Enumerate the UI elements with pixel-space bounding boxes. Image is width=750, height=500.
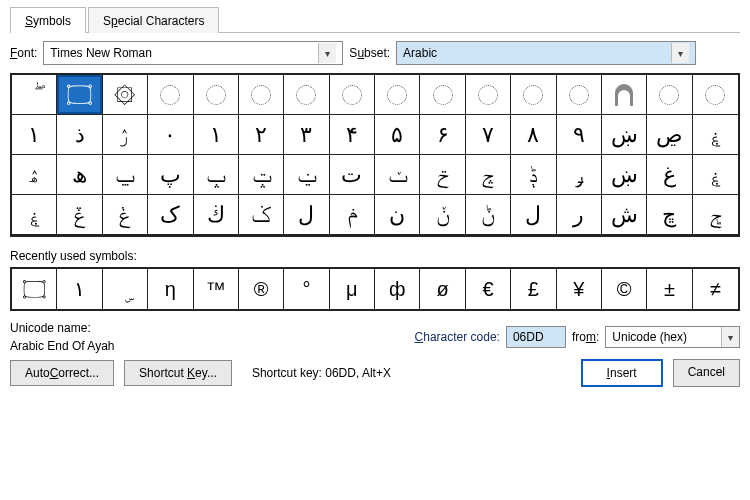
shortcut-key-text: Shortcut key: 06DD, Alt+X bbox=[252, 366, 391, 380]
symbol-cell[interactable] bbox=[284, 75, 329, 115]
symbol-cell[interactable]: ۲ bbox=[239, 115, 284, 155]
symbol-cell[interactable] bbox=[511, 75, 556, 115]
symbol-cell[interactable]: ݞ bbox=[57, 195, 102, 235]
symbol-cell[interactable]: ݗ bbox=[420, 155, 465, 195]
recent-symbol-cell[interactable]: ¥ bbox=[557, 269, 602, 309]
subset-value: Arabic bbox=[403, 46, 671, 60]
recent-symbol-cell[interactable]: © bbox=[602, 269, 647, 309]
symbol-cell[interactable]: ڬ bbox=[194, 195, 239, 235]
symbol-cell[interactable] bbox=[330, 75, 375, 115]
recent-symbol-cell[interactable]: ± bbox=[647, 269, 692, 309]
symbol-cell[interactable] bbox=[375, 75, 420, 115]
autocorrect-button[interactable]: AutoCorrect... bbox=[10, 360, 114, 386]
tab-special-characters[interactable]: Special Characters bbox=[88, 7, 219, 33]
symbol-cell[interactable]: ݘ bbox=[466, 155, 511, 195]
symbol-cell[interactable]: ۰ bbox=[148, 115, 193, 155]
recent-symbol-cell[interactable]: η bbox=[148, 269, 193, 309]
symbol-cell[interactable]: ۞ bbox=[103, 75, 148, 115]
symbol-cell[interactable]: ۱ bbox=[194, 115, 239, 155]
symbol-cell[interactable]: ۱ bbox=[12, 115, 57, 155]
symbol-cell[interactable]: ݖ bbox=[375, 155, 420, 195]
character-code-input[interactable]: 06DD bbox=[506, 326, 566, 348]
insert-button[interactable]: Insert bbox=[581, 359, 663, 387]
symbol-cell[interactable]: ښ bbox=[602, 115, 647, 155]
symbol-cell[interactable]: ݢ bbox=[239, 195, 284, 235]
symbol-cell[interactable]: ݨ bbox=[466, 195, 511, 235]
symbol-cell[interactable]: ۼ bbox=[693, 115, 738, 155]
symbols-dialog: Symbols Special Characters Font: Times N… bbox=[0, 0, 750, 397]
recent-symbol-cell[interactable]: ° bbox=[284, 269, 329, 309]
symbol-cell[interactable] bbox=[466, 75, 511, 115]
unicode-name-value: Arabic End Of Ayah bbox=[10, 339, 407, 353]
recent-symbol-cell[interactable]: ® bbox=[239, 269, 284, 309]
symbol-cell[interactable]: غ bbox=[647, 155, 692, 195]
symbol-cell[interactable]: ݙ bbox=[511, 155, 556, 195]
symbol-cell[interactable]: ۝ bbox=[57, 75, 102, 115]
symbol-cell[interactable]: ک bbox=[148, 195, 193, 235]
symbol-cell[interactable]: ش bbox=[602, 195, 647, 235]
symbol-cell[interactable] bbox=[148, 75, 193, 115]
symbol-cell[interactable]: ڝ bbox=[647, 115, 692, 155]
recent-symbol-cell[interactable]: ™ bbox=[194, 269, 239, 309]
symbol-cell[interactable]: ھ bbox=[57, 155, 102, 195]
subset-select[interactable]: Arabic ▾ bbox=[396, 41, 696, 65]
recent-symbol-cell[interactable]: ۱ bbox=[57, 269, 102, 309]
symbol-cell[interactable]: ۹ bbox=[557, 115, 602, 155]
unicode-name-label: Unicode name: bbox=[10, 321, 407, 335]
symbol-cell[interactable]: ۼ bbox=[12, 195, 57, 235]
symbol-cell[interactable]: ݐ bbox=[103, 155, 148, 195]
symbol-cell[interactable]: ۸ bbox=[511, 115, 556, 155]
symbol-cell[interactable]: ۖ bbox=[12, 75, 57, 115]
shortcut-key-button[interactable]: Shortcut Key... bbox=[124, 360, 232, 386]
recent-symbol-cell[interactable]: ۣ bbox=[103, 269, 148, 309]
symbol-cell[interactable]: ۳ bbox=[284, 115, 329, 155]
symbol-cell[interactable]: ۿ bbox=[12, 155, 57, 195]
symbol-cell[interactable]: ل bbox=[284, 195, 329, 235]
symbol-cell[interactable]: ݟ bbox=[103, 195, 148, 235]
symbol-cell[interactable]: ݩ bbox=[420, 195, 465, 235]
chevron-down-icon: ▾ bbox=[318, 43, 336, 63]
symbol-cell[interactable]: ۵ bbox=[375, 115, 420, 155]
symbol-cell[interactable]: ۷ bbox=[466, 115, 511, 155]
from-select[interactable]: Unicode (hex) ▾ bbox=[605, 326, 740, 348]
chevron-down-icon: ▾ bbox=[721, 327, 739, 347]
recent-symbol-cell[interactable]: ф bbox=[375, 269, 420, 309]
symbol-cell[interactable]: ڇ bbox=[647, 195, 692, 235]
symbol-cell[interactable]: ۼ bbox=[693, 155, 738, 195]
symbol-cell[interactable]: ۴ bbox=[330, 115, 375, 155]
symbol-cell[interactable]: ر bbox=[557, 195, 602, 235]
from-label: from: bbox=[572, 330, 599, 344]
recent-label: Recently used symbols: bbox=[10, 249, 740, 263]
symbol-cell[interactable]: ݮ bbox=[693, 195, 738, 235]
recent-symbol-cell[interactable]: € bbox=[466, 269, 511, 309]
symbol-cell[interactable] bbox=[693, 75, 738, 115]
recent-symbol-cell[interactable]: μ bbox=[330, 269, 375, 309]
symbol-cell[interactable] bbox=[239, 75, 284, 115]
symbol-cell[interactable]: ۶ bbox=[420, 115, 465, 155]
symbol-cell[interactable] bbox=[602, 75, 647, 115]
symbol-cell[interactable]: ݥ bbox=[330, 195, 375, 235]
symbol-cell[interactable]: ݔ bbox=[284, 155, 329, 195]
character-code-label: Character code: bbox=[415, 330, 500, 344]
recent-symbol-cell[interactable]: £ bbox=[511, 269, 556, 309]
symbol-cell[interactable]: ن bbox=[375, 195, 420, 235]
symbol-cell[interactable]: پ bbox=[148, 155, 193, 195]
symbol-cell[interactable]: ݓ bbox=[239, 155, 284, 195]
symbol-cell[interactable] bbox=[194, 75, 239, 115]
symbol-cell[interactable] bbox=[420, 75, 465, 115]
symbol-cell[interactable]: ݛ bbox=[557, 155, 602, 195]
tab-symbols[interactable]: Symbols bbox=[10, 7, 86, 33]
recent-symbol-cell[interactable]: ۝ bbox=[12, 269, 57, 309]
font-select[interactable]: Times New Roman ▾ bbox=[43, 41, 343, 65]
symbol-cell[interactable]: ݒ bbox=[194, 155, 239, 195]
symbol-cell[interactable] bbox=[557, 75, 602, 115]
recent-symbol-cell[interactable]: ≠ bbox=[693, 269, 738, 309]
cancel-button[interactable]: Cancel bbox=[673, 359, 740, 387]
symbol-cell[interactable] bbox=[647, 75, 692, 115]
recent-symbol-cell[interactable]: ø bbox=[420, 269, 465, 309]
symbol-cell[interactable]: ښ bbox=[602, 155, 647, 195]
symbol-cell[interactable]: ذ bbox=[57, 115, 102, 155]
symbol-cell[interactable]: ل bbox=[511, 195, 556, 235]
symbol-cell[interactable]: ۯ bbox=[103, 115, 148, 155]
symbol-cell[interactable]: ت bbox=[330, 155, 375, 195]
